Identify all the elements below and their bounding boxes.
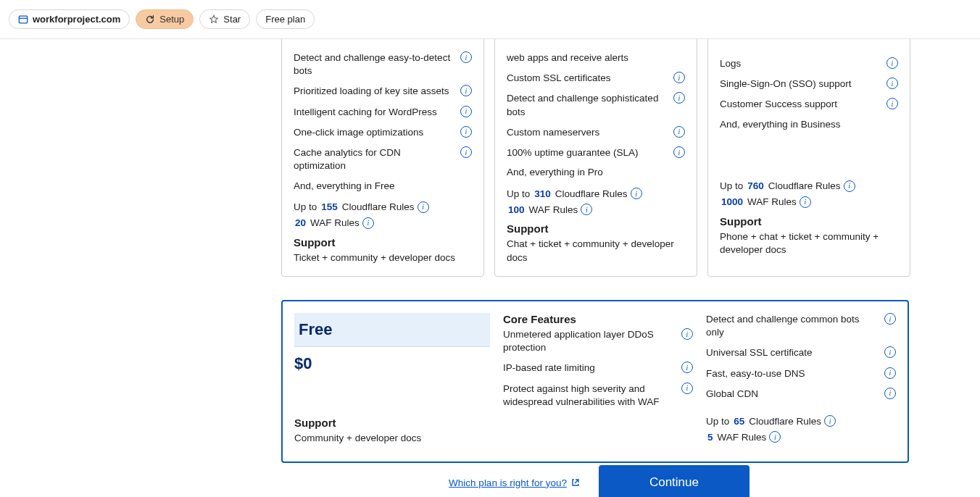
info-icon[interactable]: i [884,367,896,379]
info-icon[interactable]: i [681,383,693,394]
info-icon[interactable]: i [886,78,898,89]
star-icon [209,14,219,25]
site-chip[interactable]: workforproject.com [9,9,130,29]
info-icon[interactable]: i [886,98,898,109]
info-icon[interactable]: i [844,180,855,192]
feature-text: Logs [720,57,741,70]
plan-card: web apps and receive alerts Custom SSL c… [494,39,697,277]
continue-button[interactable]: Continue [599,465,749,497]
support-text: Community + developer docs [294,432,490,445]
refresh-icon [145,14,155,25]
feature-text: Universal SSL certificate [706,346,813,359]
feature-text: Cache analytics for CDN optimization [294,146,454,172]
site-name: workforproject.com [33,14,120,25]
which-plan-link[interactable]: Which plan is right for you? [449,477,580,488]
support-heading: Support [507,222,685,235]
info-icon[interactable]: i [460,106,472,117]
free-center-col: Core Features Unmetered application laye… [503,313,693,447]
free-title: Free [294,313,490,347]
info-icon[interactable]: i [884,388,896,399]
plan-note: And, everything in Free [294,180,472,191]
info-icon[interactable]: i [681,362,693,373]
cloudflare-rules: Up to 310 Cloudflare Rules i [507,188,685,199]
info-icon[interactable]: i [460,51,472,63]
feature-text: Prioritized loading of key site assets [294,85,449,98]
info-icon[interactable]: i [673,146,685,158]
plan-card: Logsi Single-Sign-On (SSO) supporti Cust… [707,39,910,277]
topbar: workforproject.com Setup Star Free plan [0,0,980,39]
plan-note: And, everything in Pro [507,167,685,178]
cloudflare-rules: Up to 155 Cloudflare Rules i [294,201,472,213]
actions-row: Which plan is right for you? Continue [281,465,909,497]
info-icon[interactable]: i [884,346,896,358]
feature-text: IP-based rate limiting [503,362,595,375]
feature-text: web apps and receive alerts [507,51,628,64]
feature-text: One-click image optimizations [294,126,423,139]
support-heading: Support [294,417,490,429]
feature-text: Single-Sign-On (SSO) support [720,78,852,91]
info-icon[interactable]: i [460,126,472,138]
support-heading: Support [294,236,472,248]
setup-label: Setup [159,14,184,25]
info-icon[interactable]: i [769,431,781,443]
info-icon[interactable]: i [681,328,693,340]
external-link-icon [571,478,580,487]
feature-text: Protect against high severity and widesp… [503,383,676,409]
waf-rules: 20 WAF Rules i [294,217,472,229]
star-label: Star [223,14,241,25]
waf-rules: 5 WAF Rules i [706,431,896,443]
plan-note: And, everything in Business [720,119,898,130]
waf-rules: 100 WAF Rules i [507,204,685,215]
info-icon[interactable]: i [362,217,374,229]
plan-label: Free plan [265,14,305,25]
free-price: $0 [294,354,490,373]
cloudflare-rules: Up to 760 Cloudflare Rules i [720,180,898,192]
support-text: Chat + ticket + community + developer do… [507,238,685,264]
info-icon[interactable]: i [673,126,685,138]
star-chip[interactable]: Star [199,9,250,29]
feature-text: Custom SSL certificates [507,72,611,85]
feature-text: Global CDN [706,388,758,401]
info-icon[interactable]: i [884,313,896,325]
plan-card: Detect and challenge easy-to-detect bots… [281,39,484,277]
feature-text: Custom nameservers [507,126,599,139]
info-icon[interactable]: i [460,146,472,158]
svg-rect-0 [19,16,27,23]
feature-text: Detect and challenge common bots only [706,313,879,339]
support-text: Ticket + community + developer docs [294,251,472,264]
plan-cards-row: Detect and challenge easy-to-detect bots… [281,39,909,277]
core-features-heading: Core Features [503,313,693,325]
feature-text: Intelligent caching for WordPress [294,106,437,119]
free-right-col: Detect and challenge common bots onlyi U… [706,313,896,447]
plan-chip[interactable]: Free plan [256,9,315,29]
support-heading: Support [720,215,898,227]
cloudflare-rules: Up to 65 Cloudflare Rules i [706,415,896,427]
feature-text: Detect and challenge sophisticated bots [507,92,668,118]
waf-rules: 1000 WAF Rules i [720,196,898,208]
info-icon[interactable]: i [418,201,429,213]
feature-text: Detect and challenge easy-to-detect bots [294,51,454,78]
feature-text: Customer Success support [720,98,837,111]
info-icon[interactable]: i [886,57,898,69]
setup-chip[interactable]: Setup [136,9,194,29]
free-left-col: Free $0 Support Community + developer do… [294,313,490,447]
info-icon[interactable]: i [581,204,592,215]
info-icon[interactable]: i [460,85,472,96]
browser-icon [18,14,28,25]
support-text: Phone + chat + ticket + community + deve… [720,230,898,256]
info-icon[interactable]: i [800,196,811,208]
feature-text: 100% uptime guarantee (SLA) [507,146,639,159]
info-icon[interactable]: i [824,415,836,427]
info-icon[interactable]: i [673,72,685,83]
feature-text: Unmetered application layer DDoS protect… [503,328,676,354]
free-plan-card[interactable]: Free $0 Support Community + developer do… [281,300,909,463]
info-icon[interactable]: i [673,92,685,104]
feature-text: Fast, easy-to-use DNS [706,367,805,380]
info-icon[interactable]: i [631,188,642,199]
